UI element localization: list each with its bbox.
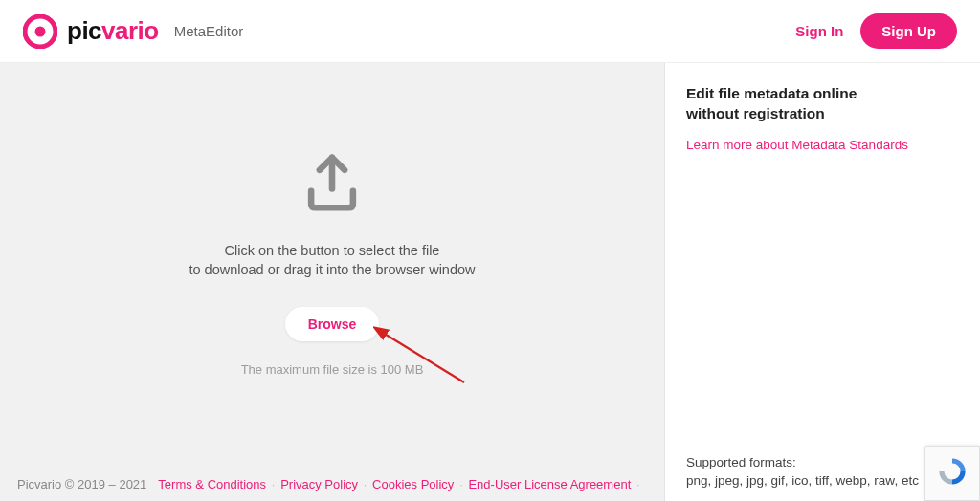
side-title: Edit file metadata online without regist… <box>686 84 959 124</box>
footer-eula[interactable]: End-User License Agreement <box>468 477 631 491</box>
main-panel: Click on the button to select the file t… <box>0 63 664 501</box>
formats-label: Supported formats: <box>686 455 959 469</box>
footer: Picvario © 2019 – 2021 Terms & Condition… <box>17 477 664 491</box>
recaptcha-icon <box>936 455 969 491</box>
product-name: MetaEditor <box>174 23 244 39</box>
upload-line2: to download or drag it into the browser … <box>189 260 475 279</box>
upload-block: Click on the button to select the file t… <box>189 149 475 377</box>
logo-vario: vario <box>101 16 159 45</box>
recaptcha-badge[interactable] <box>924 446 980 501</box>
side-title-line1: Edit file metadata online <box>686 84 959 104</box>
browse-button[interactable]: Browse <box>285 307 380 341</box>
side-title-line2: without registration <box>686 104 959 124</box>
side-panel: Edit file metadata online without regist… <box>664 63 980 501</box>
logo[interactable]: picvario <box>23 14 159 49</box>
signup-button[interactable]: Sign Up <box>860 13 957 49</box>
learn-more-link[interactable]: Learn more about Metadata Standards <box>686 138 959 152</box>
footer-privacy[interactable]: Privacy Policy <box>280 477 358 491</box>
logo-text: picvario <box>67 16 159 46</box>
logo-pic: pic <box>67 16 101 45</box>
body: Click on the button to select the file t… <box>0 63 980 501</box>
upload-instructions: Click on the button to select the file t… <box>189 241 475 280</box>
formats-list: png, jpeg, jpg, gif, ico, tiff, webp, ra… <box>686 473 959 488</box>
copyright: Picvario © 2019 – 2021 <box>17 477 146 491</box>
max-file-size: The maximum file size is 100 MB <box>241 362 424 377</box>
footer-terms[interactable]: Terms & Conditions <box>158 477 266 491</box>
upload-icon <box>299 149 366 216</box>
header: picvario MetaEditor Sign In Sign Up <box>0 0 980 63</box>
upload-line1: Click on the button to select the file <box>189 241 475 260</box>
logo-icon <box>23 14 57 49</box>
footer-cookies[interactable]: Cookies Policy <box>372 477 454 491</box>
signin-link[interactable]: Sign In <box>795 23 843 39</box>
svg-point-1 <box>35 26 46 36</box>
